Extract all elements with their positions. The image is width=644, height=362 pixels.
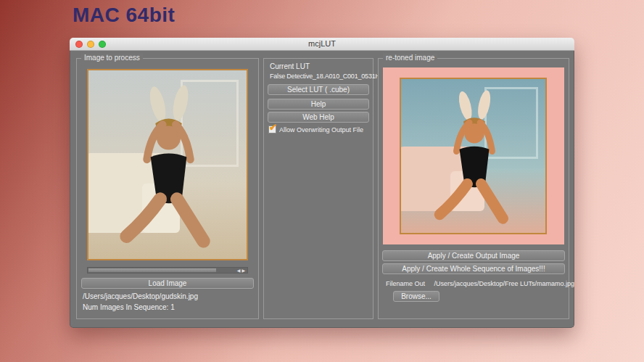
help-button[interactable]: Help bbox=[268, 99, 369, 110]
scrollbar-arrows: ◀ ▶ bbox=[236, 267, 247, 273]
sequence-info: Num Images In Sequence: 1 bbox=[83, 303, 175, 311]
scrollbar-right-arrow-icon[interactable]: ▶ bbox=[242, 268, 245, 273]
zoom-button[interactable] bbox=[99, 41, 106, 48]
load-image-button[interactable]: Load Image bbox=[81, 278, 254, 289]
web-help-button[interactable]: Web Help bbox=[268, 112, 369, 123]
check-icon: ✔ bbox=[269, 122, 277, 133]
select-lut-button[interactable]: Select LUT ( .cube) bbox=[268, 84, 369, 95]
scrollbar-left-arrow-icon[interactable]: ◀ bbox=[237, 268, 241, 273]
minimize-button[interactable] bbox=[87, 41, 94, 48]
image-to-process-title: Image to process bbox=[81, 54, 143, 62]
browse-button[interactable]: Browse... bbox=[393, 291, 439, 302]
image-scrollbar[interactable]: ◀ ▶ bbox=[87, 267, 248, 273]
retoned-image-mat bbox=[383, 67, 564, 244]
filename-out-label: Filename Out bbox=[386, 280, 425, 287]
page-title: MAC 64bit bbox=[73, 4, 175, 27]
lut-controls-panel: Current LUT False Detective_18.A010_C001… bbox=[263, 58, 373, 319]
window-title: mcjLUT bbox=[70, 38, 574, 50]
window-titlebar[interactable]: mcjLUT bbox=[70, 38, 574, 51]
apply-create-sequence-button[interactable]: Apply / Create Whole Sequence of Images!… bbox=[382, 263, 565, 274]
source-image bbox=[87, 69, 248, 260]
scrollbar-thumb[interactable] bbox=[88, 268, 216, 272]
filename-out-row: Filename Out /Users/jacques/Desktop/Free… bbox=[386, 280, 574, 287]
image-to-process-panel: Image to process bbox=[76, 58, 259, 319]
overwrite-checkbox[interactable]: ✔ bbox=[268, 126, 276, 133]
source-file-path: /Users/jacques/Desktop/gudskin.jpg bbox=[83, 292, 198, 300]
current-lut-label: Current LUT bbox=[270, 62, 310, 70]
overwrite-checkbox-row: ✔ Allow Overwriting Output File bbox=[268, 126, 363, 133]
close-button[interactable] bbox=[75, 41, 83, 48]
desktop-background: MAC 64bit mcjLUT Image to process bbox=[0, 0, 644, 362]
retoned-image bbox=[400, 78, 547, 234]
retoned-image-title: re-toned image bbox=[383, 54, 437, 62]
current-lut-name: False Detective_18.A010_C001_0531H7 bbox=[270, 73, 384, 80]
traffic-lights bbox=[75, 41, 106, 48]
filename-out-value: /Users/jacques/Desktop/Free LUTs/mamamo.… bbox=[434, 280, 575, 287]
source-photo-art bbox=[88, 70, 247, 259]
window-content: Image to process bbox=[70, 51, 574, 328]
photo-figure bbox=[107, 83, 228, 253]
retoned-image-panel: re-toned image bbox=[378, 58, 569, 319]
retoned-photo-art bbox=[401, 79, 545, 233]
photo-figure bbox=[418, 90, 528, 229]
overwrite-checkbox-label[interactable]: Allow Overwriting Output File bbox=[279, 126, 363, 133]
app-window: mcjLUT Image to process bbox=[70, 38, 574, 328]
apply-create-output-button[interactable]: Apply / Create Output Image bbox=[382, 250, 565, 261]
